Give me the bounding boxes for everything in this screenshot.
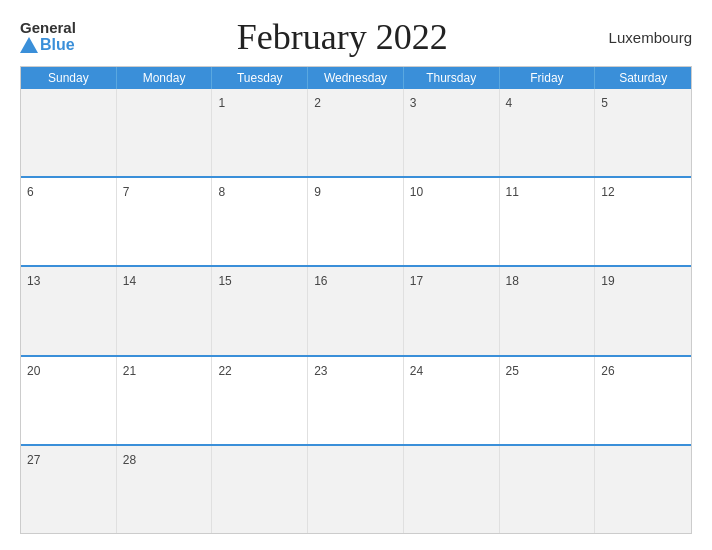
week-row-1: 1 2 3 4 5	[21, 89, 691, 176]
day-cell-16: 16	[308, 267, 404, 354]
day-cell-empty	[404, 446, 500, 533]
day-cell-empty	[595, 446, 691, 533]
week-row-2: 6 7 8 9 10 11 12	[21, 176, 691, 265]
day-header-monday: Monday	[117, 67, 213, 89]
header: General Blue February 2022 Luxembourg	[20, 16, 692, 58]
week-row-5: 27 28	[21, 444, 691, 533]
day-cell-23: 23	[308, 357, 404, 444]
calendar-page: General Blue February 2022 Luxembourg Su…	[0, 0, 712, 550]
day-cell-11: 11	[500, 178, 596, 265]
day-cell-27: 27	[21, 446, 117, 533]
day-cell-18: 18	[500, 267, 596, 354]
day-cell-empty	[308, 446, 404, 533]
day-cell-empty	[212, 446, 308, 533]
day-cell-3: 3	[404, 89, 500, 176]
day-cell-empty	[117, 89, 213, 176]
day-cell-2: 2	[308, 89, 404, 176]
logo-blue-section: Blue	[20, 36, 75, 54]
logo-triangle-icon	[20, 37, 38, 53]
week-row-3: 13 14 15 16 17 18 19	[21, 265, 691, 354]
day-cell-9: 9	[308, 178, 404, 265]
day-cell-24: 24	[404, 357, 500, 444]
days-header: Sunday Monday Tuesday Wednesday Thursday…	[21, 67, 691, 89]
day-cell-7: 7	[117, 178, 213, 265]
day-cell-25: 25	[500, 357, 596, 444]
day-cell-20: 20	[21, 357, 117, 444]
calendar-grid: Sunday Monday Tuesday Wednesday Thursday…	[20, 66, 692, 534]
day-header-saturday: Saturday	[595, 67, 691, 89]
day-cell-28: 28	[117, 446, 213, 533]
day-cell-4: 4	[500, 89, 596, 176]
day-cell-6: 6	[21, 178, 117, 265]
day-cell-empty	[500, 446, 596, 533]
day-header-friday: Friday	[500, 67, 596, 89]
logo-general-text: General	[20, 20, 76, 37]
day-cell-5: 5	[595, 89, 691, 176]
day-cell-12: 12	[595, 178, 691, 265]
logo: General Blue	[20, 20, 76, 55]
day-cell-10: 10	[404, 178, 500, 265]
country-label: Luxembourg	[609, 29, 692, 46]
week-row-4: 20 21 22 23 24 25 26	[21, 355, 691, 444]
day-cell-21: 21	[117, 357, 213, 444]
logo-blue-text: Blue	[40, 36, 75, 54]
weeks-container: 1 2 3 4 5 6 7 8 9 10 11 12 13 14 15 16	[21, 89, 691, 533]
day-cell-8: 8	[212, 178, 308, 265]
day-cell-14: 14	[117, 267, 213, 354]
day-header-thursday: Thursday	[404, 67, 500, 89]
day-cell-13: 13	[21, 267, 117, 354]
day-cell-empty	[21, 89, 117, 176]
day-cell-1: 1	[212, 89, 308, 176]
day-cell-15: 15	[212, 267, 308, 354]
day-header-tuesday: Tuesday	[212, 67, 308, 89]
day-cell-26: 26	[595, 357, 691, 444]
day-cell-19: 19	[595, 267, 691, 354]
day-header-wednesday: Wednesday	[308, 67, 404, 89]
day-header-sunday: Sunday	[21, 67, 117, 89]
day-cell-17: 17	[404, 267, 500, 354]
day-cell-22: 22	[212, 357, 308, 444]
calendar-title: February 2022	[76, 16, 609, 58]
